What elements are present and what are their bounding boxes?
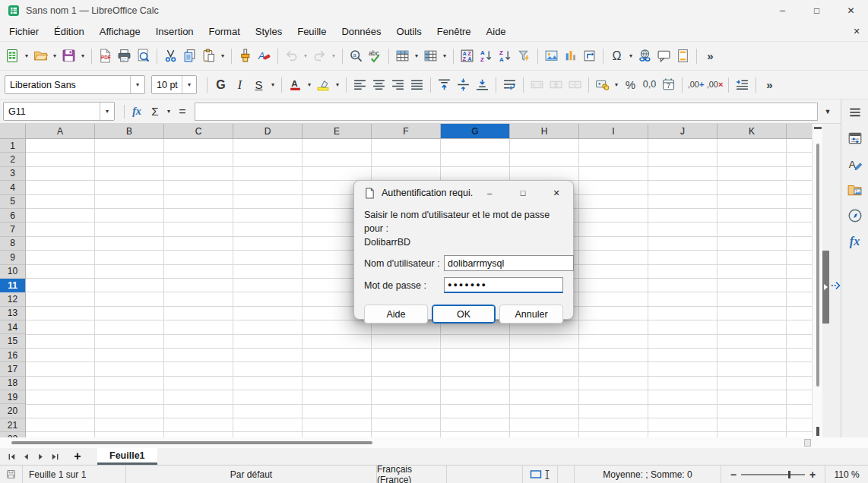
equals-button[interactable]: = — [173, 103, 192, 121]
row-header-9[interactable]: 9 — [0, 251, 25, 264]
vertical-scrollbar-thumb[interactable] — [816, 144, 819, 387]
underline-button[interactable]: S — [249, 75, 268, 95]
menu-edition[interactable]: Édition — [46, 23, 92, 40]
row-button[interactable] — [393, 46, 412, 66]
maximize-button[interactable]: □ — [800, 0, 834, 21]
row-header-18[interactable]: 18 — [0, 377, 25, 390]
sum-button[interactable]: Σ — [146, 103, 164, 121]
zoom-slider-track[interactable] — [741, 474, 805, 475]
standard-overflow-button[interactable]: » — [701, 46, 720, 66]
text-language[interactable]: Français (France) — [377, 466, 447, 483]
dialog-maximize-button[interactable]: □ — [506, 185, 540, 201]
column-header-B[interactable]: B — [95, 124, 164, 138]
zoom-out-icon[interactable]: − — [730, 469, 737, 481]
row-header-3[interactable]: 3 — [0, 167, 25, 181]
close-button[interactable]: ✕ — [834, 0, 868, 21]
center-vertically-button[interactable] — [454, 75, 473, 95]
formatting-overflow-button[interactable]: » — [760, 75, 779, 95]
currency-format-button-dropdown[interactable]: ▾ — [612, 75, 621, 95]
clone-formatting-button[interactable] — [236, 46, 255, 66]
delete-decimal-button[interactable]: ,00 — [705, 75, 724, 95]
new-button-dropdown[interactable]: ▾ — [22, 46, 31, 66]
save-button-dropdown[interactable]: ▾ — [78, 46, 87, 66]
horizontal-scrollbar[interactable] — [0, 437, 868, 448]
align-right-button[interactable] — [388, 75, 407, 95]
zoom-in-icon[interactable]: + — [809, 469, 816, 481]
functions-deck-button[interactable]: fx — [844, 231, 866, 252]
align-bottom-button[interactable] — [473, 75, 492, 95]
bold-button[interactable]: G — [211, 75, 230, 95]
select-all-corner[interactable] — [0, 124, 26, 138]
gallery-deck-button[interactable] — [844, 179, 866, 200]
last-sheet-button[interactable] — [48, 450, 62, 463]
font-color-button-dropdown[interactable]: ▾ — [305, 75, 314, 95]
row-header-15[interactable]: 15 — [0, 334, 25, 348]
column-header-D[interactable]: D — [233, 124, 303, 138]
row-header-1[interactable]: 1 — [0, 139, 25, 153]
row-header-11[interactable]: 11 — [0, 279, 25, 292]
export-pdf-button[interactable]: PDF — [96, 46, 115, 66]
ok-button[interactable]: OK — [432, 305, 496, 324]
menu-feuille[interactable]: Feuille — [290, 23, 334, 40]
wrap-text-button[interactable] — [500, 75, 519, 95]
highlight-color-button[interactable] — [314, 75, 333, 95]
row-header-20[interactable]: 20 — [0, 404, 25, 418]
column-button-dropdown[interactable]: ▾ — [440, 46, 449, 66]
paste-button[interactable] — [199, 46, 218, 66]
menu-format[interactable]: Format — [201, 23, 248, 40]
row-header-17[interactable]: 17 — [0, 362, 25, 376]
row-header-7[interactable]: 7 — [0, 223, 25, 236]
sidebar-hide-handle[interactable] — [822, 251, 829, 324]
row-header-13[interactable]: 13 — [0, 307, 25, 320]
help-button[interactable]: Aide — [364, 305, 428, 324]
column-header-partial[interactable] — [787, 124, 812, 138]
print-preview-button[interactable] — [134, 46, 153, 66]
unmerge-button[interactable] — [565, 75, 584, 95]
column-button[interactable] — [421, 46, 440, 66]
merge-center-button[interactable] — [546, 75, 565, 95]
save-button[interactable] — [59, 46, 78, 66]
name-box[interactable]: G11 ▾ — [3, 102, 115, 121]
row-header-5[interactable]: 5 — [0, 195, 25, 209]
find-replace-button[interactable]: a — [347, 46, 366, 66]
underline-button-dropdown[interactable]: ▾ — [268, 75, 277, 95]
menu-insertion[interactable]: Insertion — [148, 23, 201, 40]
align-left-button[interactable] — [350, 75, 369, 95]
undo-button-dropdown[interactable]: ▾ — [301, 46, 310, 66]
first-sheet-button[interactable] — [5, 450, 19, 463]
pivot-table-button[interactable] — [580, 46, 599, 66]
row-header-21[interactable]: 21 — [0, 418, 25, 432]
special-character-button-dropdown[interactable]: ▾ — [626, 46, 635, 66]
cancel-button[interactable]: Annuler — [499, 305, 563, 324]
column-header-C[interactable]: C — [164, 124, 233, 138]
row-header-2[interactable]: 2 — [0, 153, 25, 166]
row-header-6[interactable]: 6 — [0, 209, 25, 223]
open-button-dropdown[interactable]: ▾ — [50, 46, 59, 66]
new-button[interactable] — [3, 46, 22, 66]
next-sheet-button[interactable] — [33, 450, 48, 463]
column-header-E[interactable]: E — [303, 124, 372, 138]
row-header-16[interactable]: 16 — [0, 349, 25, 362]
align-center-button[interactable] — [369, 75, 388, 95]
font-name-combo[interactable]: Liberation Sans ▾ — [5, 75, 145, 94]
column-header-I[interactable]: I — [579, 124, 648, 138]
highlight-color-button-dropdown[interactable]: ▾ — [333, 75, 342, 95]
sort-ascending-button[interactable]: AZ — [477, 46, 496, 66]
chevron-down-icon[interactable]: ▾ — [130, 76, 144, 93]
column-header-H[interactable]: H — [510, 124, 579, 138]
hyperlink-button[interactable] — [635, 46, 654, 66]
password-field[interactable] — [444, 277, 563, 293]
menu-affichage[interactable]: Affichage — [92, 23, 148, 40]
styles-deck-button[interactable]: A — [844, 153, 866, 175]
dialog-title-bar[interactable]: Authentification requi... – □ ✕ — [354, 181, 573, 205]
comment-button[interactable] — [654, 46, 673, 66]
formula-input[interactable] — [195, 103, 818, 121]
percent-format-button[interactable]: % — [621, 75, 640, 95]
vertical-scrollbar[interactable] — [812, 124, 822, 437]
spelling-button[interactable]: abc — [366, 46, 385, 66]
close-document-button[interactable]: ✕ — [845, 27, 868, 36]
currency-format-button[interactable] — [593, 75, 612, 95]
sheet-tab-feuille1[interactable]: Feuille1 — [97, 448, 157, 465]
italic-button[interactable]: I — [230, 75, 249, 95]
paste-button-dropdown[interactable]: ▾ — [218, 46, 227, 66]
